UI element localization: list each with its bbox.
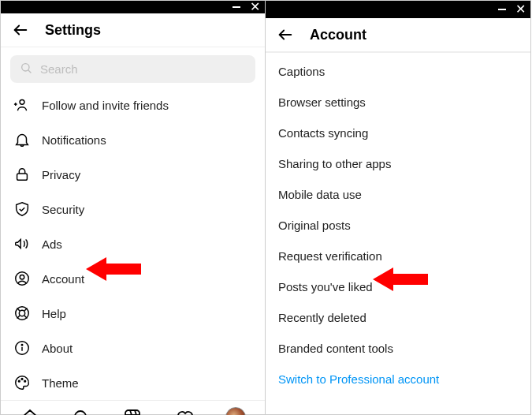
minimize-button[interactable] (233, 6, 240, 8)
account-item-label: Recently deleted (278, 311, 518, 324)
settings-item-privacy[interactable]: Privacy (1, 157, 265, 192)
account-item-label: Mobile data use (278, 188, 518, 201)
account-item-verification[interactable]: Request verification (266, 241, 530, 271)
svg-line-2 (28, 70, 31, 73)
svg-line-14 (24, 308, 28, 312)
account-item-contacts[interactable]: Contacts syncing (266, 118, 530, 148)
account-item-label: Posts you've liked (278, 280, 518, 293)
settings-item-label: Security (42, 203, 252, 216)
settings-item-label: Ads (42, 237, 252, 251)
link-label: Switch to Professional account (278, 372, 518, 386)
nav-home-icon[interactable] (20, 407, 40, 415)
divider (266, 52, 530, 53)
svg-point-17 (21, 345, 22, 346)
account-item-label: Sharing to other apps (278, 157, 518, 170)
info-icon (13, 339, 31, 357)
lifebuoy-icon (13, 305, 31, 322)
page-title: Settings (45, 22, 101, 39)
back-arrow-icon[interactable] (277, 26, 294, 43)
back-arrow-icon[interactable] (12, 21, 29, 39)
svg-line-11 (17, 308, 20, 312)
nav-profile-avatar[interactable] (225, 407, 246, 415)
settings-item-about[interactable]: About (1, 331, 265, 365)
account-item-captions[interactable]: Captions (266, 56, 530, 87)
svg-point-10 (19, 310, 24, 316)
search-icon (20, 62, 32, 77)
search-box[interactable] (10, 55, 255, 83)
settings-item-label: Help (42, 307, 252, 320)
user-circle-icon (13, 270, 31, 287)
account-pane: ✕ Account Captions Browser settings Cont… (266, 0, 531, 415)
svg-point-18 (18, 380, 20, 382)
close-button[interactable]: ✕ (515, 3, 526, 16)
account-item-posts-liked[interactable]: Posts you've liked (266, 271, 530, 302)
svg-line-25 (130, 410, 132, 415)
nav-reels-icon[interactable] (122, 407, 143, 415)
svg-line-12 (24, 316, 28, 319)
svg-point-8 (20, 275, 24, 279)
nav-activity-icon[interactable] (174, 407, 195, 415)
settings-item-label: Notifications (42, 133, 252, 147)
account-item-recently-deleted[interactable]: Recently deleted (266, 302, 530, 333)
svg-point-3 (20, 99, 24, 104)
settings-item-label: Theme (42, 376, 252, 390)
close-button[interactable]: ✕ (250, 1, 260, 13)
settings-item-follow[interactable]: Follow and invite friends (1, 88, 265, 122)
bottom-nav (1, 400, 265, 415)
palette-icon (13, 374, 31, 391)
shield-icon (13, 200, 31, 218)
account-item-branded-content[interactable]: Branded content tools (266, 333, 530, 364)
account-item-label: Original posts (278, 219, 518, 232)
account-header: Account (266, 18, 530, 52)
account-item-label: Captions (278, 65, 518, 78)
settings-item-notifications[interactable]: Notifications (1, 122, 265, 157)
account-item-sharing[interactable]: Sharing to other apps (266, 148, 530, 179)
avatar (225, 407, 246, 415)
settings-item-label: Follow and invite friends (42, 99, 252, 112)
account-item-original-posts[interactable]: Original posts (266, 210, 530, 241)
svg-point-20 (24, 380, 26, 382)
account-item-label: Branded content tools (278, 342, 518, 355)
svg-point-19 (21, 379, 23, 380)
account-item-label: Contacts syncing (278, 126, 518, 140)
minimize-button[interactable] (498, 9, 506, 10)
account-item-label: Request verification (278, 249, 518, 263)
settings-item-label: About (42, 342, 252, 355)
window-titlebar: ✕ (266, 1, 530, 18)
svg-line-13 (17, 316, 20, 319)
settings-item-label: Account (42, 272, 252, 286)
nav-search-icon[interactable] (71, 407, 91, 415)
settings-item-help[interactable]: Help (1, 296, 265, 331)
account-item-browser[interactable]: Browser settings (266, 87, 530, 118)
settings-list: Follow and invite friends Notifications … (1, 88, 265, 400)
account-item-label: Browser settings (278, 95, 518, 109)
settings-item-ads[interactable]: Ads (1, 226, 265, 261)
settings-item-theme[interactable]: Theme (1, 365, 265, 400)
settings-pane: ✕ Settings Follow and invite friends Not… (0, 0, 266, 415)
svg-rect-6 (17, 174, 28, 180)
switch-professional-link[interactable]: Switch to Professional account (266, 364, 530, 394)
window-titlebar: ✕ (1, 1, 265, 13)
svg-point-21 (75, 411, 86, 415)
settings-item-account[interactable]: Account (1, 261, 265, 296)
svg-rect-23 (125, 410, 140, 415)
megaphone-icon (13, 235, 31, 252)
lock-icon (13, 166, 31, 183)
bell-icon (13, 131, 31, 148)
settings-header: Settings (1, 13, 265, 47)
settings-item-security[interactable]: Security (1, 192, 265, 226)
page-title: Account (310, 27, 366, 43)
person-plus-icon (13, 96, 31, 114)
settings-item-label: Privacy (42, 168, 252, 181)
svg-line-26 (135, 410, 136, 415)
search-input[interactable] (40, 62, 246, 76)
account-item-mobile-data[interactable]: Mobile data use (266, 179, 530, 210)
account-list: Captions Browser settings Contacts synci… (266, 56, 530, 394)
